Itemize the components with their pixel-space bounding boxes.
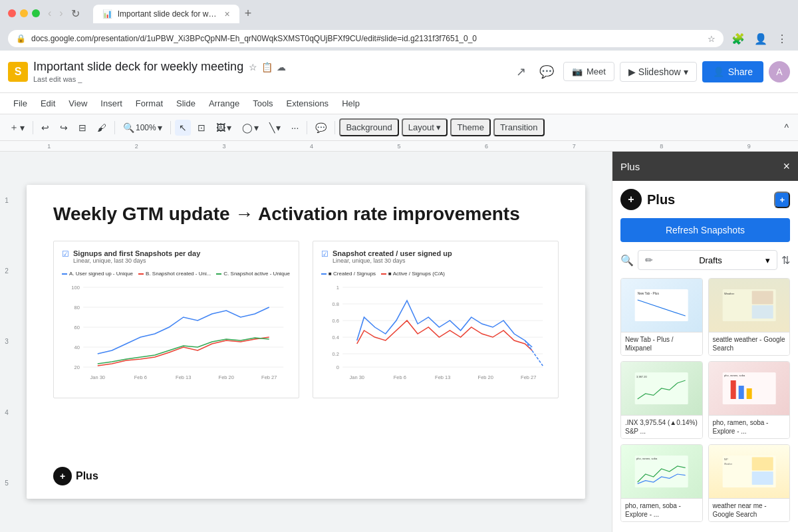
tab-bar: 📊 Important slide deck for weekl... × + (93, 4, 255, 23)
slideshow-button[interactable]: ▶ Slideshow ▾ (620, 62, 697, 82)
snapshot-label-seattle: seattle weather - Google Search (709, 332, 790, 355)
comment-toolbar-button[interactable]: 💬 (311, 120, 331, 136)
chart2-title: Snapshot created / user signed up (332, 249, 452, 257)
forward-button[interactable]: › (57, 6, 65, 21)
chart1-title: Signups and first Snapshots per day (73, 249, 200, 257)
chart2-legend: ■ Created / Signups ■ Active / Signups (… (321, 271, 550, 277)
shapes-arrow: ▾ (254, 122, 259, 133)
legend1-color-c (216, 273, 221, 275)
menu-slide[interactable]: Slide (171, 96, 201, 111)
menu-bar: File Edit View Insert Format Slide Arran… (0, 93, 798, 114)
analytics-button[interactable]: ↗ (512, 62, 530, 82)
copy-icon[interactable]: 📋 (261, 62, 273, 72)
svg-text:52°: 52° (724, 458, 728, 461)
line-button[interactable]: ╲ ▾ (265, 120, 285, 136)
cloud-icon[interactable]: ☁ (277, 62, 286, 72)
menu-file[interactable]: File (8, 96, 33, 111)
share-button[interactable]: 👤 Share (702, 61, 763, 82)
more-options-button[interactable]: ⋮ (774, 31, 790, 47)
snapshot-card-weather-near-me[interactable]: 52° Weather weather near me - Google Sea… (708, 444, 791, 522)
more-tools-button[interactable]: ··· (287, 120, 303, 136)
chart1-svg: 100 80 60 40 20 Jan 30 Feb 6 Feb 13 Feb … (62, 281, 291, 387)
ruler-mark-1: 1 (5, 143, 93, 150)
chart1-subtitle: Linear, unique, last 30 days (73, 257, 200, 264)
refresh-snapshots-button[interactable]: Refresh Snapshots (620, 218, 790, 242)
svg-text:0.6: 0.6 (332, 318, 338, 324)
paint-button[interactable]: 🖌 (93, 120, 110, 136)
svg-text:Weather: Weather (724, 463, 733, 466)
snapshot-card-seattle[interactable]: Weather seattle weather - Google Search (708, 278, 791, 356)
slide-canvas[interactable]: Weekly GTM update → Activation rate impr… (27, 185, 585, 499)
image-button[interactable]: 🖼 ▾ (212, 120, 235, 136)
redo-button[interactable]: ↪ (56, 120, 72, 136)
star-icon[interactable]: ☆ (249, 62, 257, 72)
meet-button[interactable]: 📷 Meet (563, 62, 614, 81)
menu-view[interactable]: View (63, 96, 92, 111)
svg-line-32 (525, 340, 543, 366)
print-button[interactable]: ⊟ (74, 120, 90, 136)
textbox-button[interactable]: ⊡ (194, 120, 209, 136)
snapshot-card-pho-bar[interactable]: pho, ramen, soba pho, ramen, soba - Expl… (708, 361, 791, 439)
collapse-toolbar-button[interactable]: ^ (780, 120, 793, 136)
drafts-label: Drafts (699, 255, 722, 265)
traffic-lights (8, 9, 40, 17)
avatar[interactable]: A (769, 61, 790, 82)
theme-button[interactable]: Theme (450, 118, 490, 136)
legend1-item-a: A. User signed up - Unique (62, 271, 133, 277)
menu-insert[interactable]: Insert (95, 96, 128, 111)
back-button[interactable]: ‹ (45, 6, 54, 21)
chart2-container: ☑ Snapshot created / user signed up Line… (313, 241, 559, 398)
svg-text:Weather: Weather (724, 292, 735, 295)
sort-button[interactable]: ⇅ (781, 254, 790, 267)
app-title-section: Important slide deck for weekly meeting … (33, 60, 507, 83)
profile-button[interactable]: 👤 (751, 31, 770, 47)
close-traffic-light[interactable] (8, 9, 16, 17)
toolbar-separator-1 (33, 121, 33, 134)
search-button[interactable]: 🔍 (620, 254, 634, 267)
minimize-traffic-light[interactable] (20, 9, 28, 17)
close-panel-button[interactable]: × (783, 160, 790, 174)
cursor-button[interactable]: ↖ (175, 120, 191, 136)
transition-button[interactable]: Transition (493, 118, 545, 136)
slides-logo: S (8, 62, 28, 82)
snapshot-card-pho2[interactable]: pho, ramen, soba pho, ramen, soba - Expl… (620, 444, 703, 522)
bookmark-icon[interactable]: ☆ (708, 34, 716, 44)
insert-button[interactable]: ＋ ▾ (5, 119, 29, 136)
zoom-arrow: ▾ (158, 122, 162, 133)
svg-text:80: 80 (74, 305, 80, 311)
snapshot-label-pho-bar: pho, ramen, soba - Explore - ... (709, 415, 790, 438)
menu-tools[interactable]: Tools (247, 96, 278, 111)
legend1-label-a: A. User signed up - Unique (69, 271, 133, 277)
reload-button[interactable]: ↻ (68, 6, 82, 21)
shapes-button[interactable]: ◯ ▾ (238, 120, 263, 136)
address-bar[interactable]: 🔒 docs.google.com/presentation/d/1uPBW_X… (8, 30, 724, 47)
comments-button[interactable]: 💬 (535, 62, 558, 82)
menu-arrange[interactable]: Arrange (203, 96, 245, 111)
drafts-dropdown[interactable]: ✏ Drafts ▾ (638, 250, 777, 270)
nav-buttons: ‹ › ↻ (45, 6, 82, 21)
background-button[interactable]: Background (339, 118, 398, 136)
meet-label: Meet (587, 66, 606, 76)
cursor-icon: ↖ (179, 122, 187, 133)
menu-edit[interactable]: Edit (35, 96, 61, 111)
zoom-button[interactable]: 🔍 100% ▾ (119, 120, 166, 136)
extensions-button[interactable]: 🧩 (729, 31, 747, 47)
toolbar-separator-5 (334, 121, 335, 134)
plus-extension-icon-button[interactable]: + (774, 192, 790, 208)
tab-close-icon[interactable]: × (224, 9, 229, 19)
snapshot-card-stock[interactable]: 3,987.20 .INX 3,975.54 (▲0.14%) S&P ... (620, 361, 703, 439)
menu-extensions[interactable]: Extensions (281, 96, 334, 111)
snapshot-card-new-tab[interactable]: New Tab - Plus New Tab - Plus / Mixpanel (620, 278, 703, 356)
maximize-traffic-light[interactable] (32, 9, 40, 17)
active-tab[interactable]: 📊 Important slide deck for weekl... × (93, 5, 239, 23)
slide-num-4: 4 (5, 409, 9, 416)
insert-arrow: ▾ (20, 122, 25, 133)
menu-format[interactable]: Format (130, 96, 168, 111)
address-text: docs.google.com/presentation/d/1uPBW_Xi3… (31, 34, 702, 43)
new-tab-button[interactable]: + (242, 4, 255, 23)
undo-button[interactable]: ↩ (37, 120, 53, 136)
layout-button[interactable]: Layout ▾ (402, 118, 448, 136)
svg-rect-53 (751, 471, 773, 485)
menu-help[interactable]: Help (336, 96, 365, 111)
plus-panel-header: Plus × (612, 152, 798, 181)
